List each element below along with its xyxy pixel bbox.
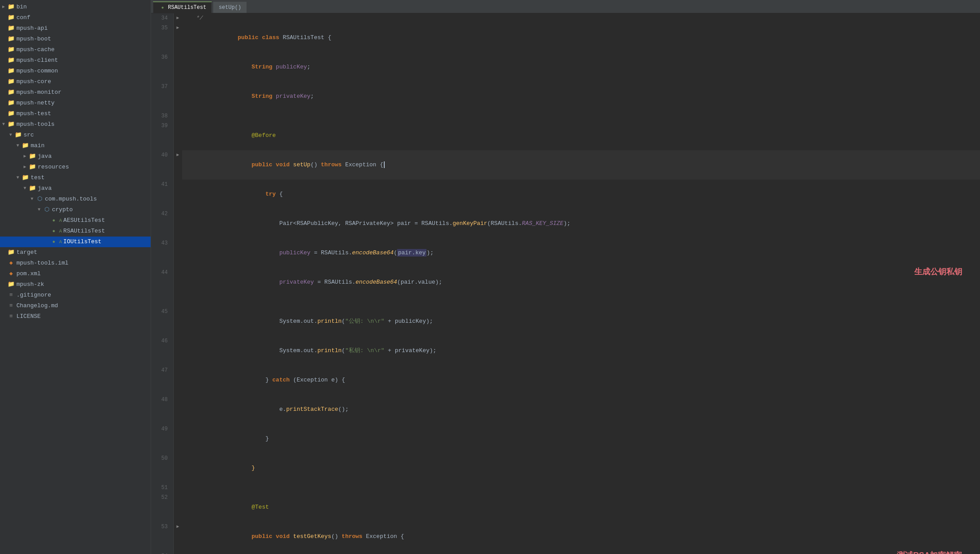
table-row: 46 System.out.println("私钥: \n\r" + priva… <box>151 336 980 365</box>
line-gutter: ▶ <box>173 13 182 23</box>
sidebar-item-mpush-tools-iml[interactable]: ◆ mpush-tools.iml <box>0 258 151 269</box>
sidebar-label-mpush-cache: mpush-cache <box>16 45 55 54</box>
line-gutter <box>173 365 182 395</box>
sidebar-label-mpush-tools: mpush-tools <box>16 120 55 129</box>
sidebar-item-mpush-zk[interactable]: 📁 mpush-zk <box>0 279 151 290</box>
fold-arrow[interactable]: ▶ <box>176 524 179 529</box>
sidebar-label-mpush-common: mpush-common <box>16 67 58 76</box>
tab-rsa-utils-test[interactable]: ● RSAUtilsTest <box>153 1 212 13</box>
line-number: 46 <box>151 336 173 365</box>
sidebar-label-com-mpush-tools: com.mpush.tools <box>45 195 97 204</box>
sidebar-label-test: test <box>31 173 44 182</box>
sidebar-item-pom-xml[interactable]: ◆ pom.xml <box>0 269 151 279</box>
line-number: 40 <box>151 150 173 180</box>
tab-bar: ● RSAUtilsTest setUp() <box>151 0 980 13</box>
sidebar-item-conf[interactable]: 📁 conf <box>0 12 151 23</box>
code-line-37: String privateKey; <box>182 82 980 111</box>
code-line-52: @Test <box>182 493 980 522</box>
line-gutter <box>173 551 182 554</box>
sidebar-label-mpush-core: mpush-core <box>16 77 51 86</box>
sidebar-item-changelog[interactable]: ≡ Changelog.md <box>0 301 151 311</box>
code-line-36: String publicKey; <box>182 52 980 82</box>
arrow-main: ▼ <box>14 141 21 150</box>
line-number: 49 <box>151 424 173 454</box>
code-line-53: public void testGetKeys() throws Excepti… <box>182 522 980 551</box>
code-editor[interactable]: 34 ▶ */ 35 ▶ public class RSAUtilsTest {… <box>151 13 980 554</box>
sidebar-item-aes-utils-test[interactable]: ● A AESUtilsTest <box>0 215 151 226</box>
fold-arrow[interactable]: ▶ <box>176 25 179 30</box>
folder-icon-mpush-boot: 📁 <box>7 35 15 44</box>
sidebar-item-mpush-tools[interactable]: ▼ 📁 mpush-tools <box>0 119 151 130</box>
tab-setup[interactable]: setUp() <box>213 1 247 13</box>
sidebar-label-mpush-test: mpush-test <box>16 109 51 118</box>
table-row: 45 System.out.println("公钥: \n\r" + publi… <box>151 307 980 336</box>
sidebar-item-mpush-cache[interactable]: 📁 mpush-cache <box>0 44 151 55</box>
folder-icon-mpush-netty: 📁 <box>7 99 15 108</box>
sidebar-item-mpush-api[interactable]: 📁 mpush-api <box>0 23 151 34</box>
line-gutter <box>173 336 182 365</box>
line-gutter <box>173 121 182 150</box>
folder-icon-mpush-client: 📁 <box>7 56 15 65</box>
sidebar-label-io: IOUtilsTest <box>64 237 102 246</box>
tab-label-setup: setUp() <box>219 4 241 11</box>
table-row: 52 @Test <box>151 493 980 522</box>
editor-area: ● RSAUtilsTest setUp() 34 ▶ */ 35 ▶ <box>151 0 980 554</box>
sidebar-item-license[interactable]: ≡ LICENSE <box>0 311 151 322</box>
line-gutter <box>173 454 182 483</box>
sidebar-item-src[interactable]: ▼ 📁 src <box>0 130 151 141</box>
folder-icon-target: 📁 <box>7 248 15 257</box>
code-line-43: publicKey = RSAUtils.encodeBase64(pair.k… <box>182 238 980 268</box>
line-number: 53 <box>151 522 173 551</box>
sidebar-label-mpush-netty: mpush-netty <box>16 99 55 108</box>
table-row: 49 } <box>151 424 980 454</box>
sidebar-item-mpush-monitor[interactable]: 📁 mpush-monitor <box>0 87 151 98</box>
table-row: 47 } catch (Exception e) { <box>151 365 980 395</box>
sidebar-item-bin[interactable]: ▶ 📁 bin <box>0 2 151 12</box>
line-gutter <box>173 209 182 238</box>
sidebar-label-gitignore: .gitignore <box>16 291 51 300</box>
tab-label-rsa: RSAUtilsTest <box>168 4 206 11</box>
table-row: 53 ▶ public void testGetKeys() throws Ex… <box>151 522 980 551</box>
file-icon-rsa: ● <box>50 227 58 236</box>
line-gutter <box>173 180 182 209</box>
sidebar-label-aes: AESUtilsTest <box>64 216 105 225</box>
folder-icon-test: 📁 <box>21 173 29 182</box>
sidebar-item-java-main[interactable]: ▶ 📁 java <box>0 151 151 162</box>
sidebar-item-java-test[interactable]: ▼ 📁 java <box>0 183 151 194</box>
sidebar-item-mpush-boot[interactable]: 📁 mpush-boot <box>0 34 151 44</box>
sidebar-item-mpush-client[interactable]: 📁 mpush-client <box>0 55 151 66</box>
arrow-bin: ▶ <box>0 3 7 12</box>
code-line-41: try { <box>182 180 980 209</box>
line-gutter: ▶ <box>173 23 182 52</box>
folder-icon-resources: 📁 <box>28 163 36 172</box>
sidebar-item-mpush-test[interactable]: 📁 mpush-test <box>0 108 151 119</box>
line-number: 41 <box>151 180 173 209</box>
sidebar-label-iml: mpush-tools.iml <box>16 259 68 268</box>
sidebar-item-gitignore[interactable]: ≡ .gitignore <box>0 290 151 301</box>
sidebar-item-rsa-utils-test[interactable]: ● A RSAUtilsTest <box>0 226 151 237</box>
line-gutter <box>173 82 182 111</box>
sidebar-item-io-utils-test[interactable]: ● A IOUtilsTest <box>0 237 151 247</box>
arrow-java-main: ▶ <box>21 152 28 161</box>
sidebar-item-crypto[interactable]: ▼ ⬡ crypto <box>0 205 151 215</box>
sidebar-item-mpush-core[interactable]: 📁 mpush-core <box>0 76 151 87</box>
sidebar-item-com-mpush-tools[interactable]: ▼ ⬡ com.mpush.tools <box>0 194 151 205</box>
folder-icon-mpush-api: 📁 <box>7 24 15 33</box>
fold-arrow[interactable]: ▶ <box>176 153 179 157</box>
sidebar-item-resources[interactable]: ▶ 📁 resources <box>0 162 151 173</box>
sidebar-item-target[interactable]: 📁 target <box>0 247 151 258</box>
file-icon-io: ● <box>50 237 58 246</box>
sidebar-label-java-test: java <box>38 184 52 193</box>
folder-icon-main: 📁 <box>21 141 29 150</box>
sidebar-item-mpush-netty[interactable]: 📁 mpush-netty <box>0 98 151 108</box>
folder-icon-mpush-common: 📁 <box>7 67 15 76</box>
arrow-resources: ▶ <box>21 163 28 172</box>
line-gutter <box>173 238 182 268</box>
code-line-39: @Before <box>182 121 980 150</box>
sidebar-item-mpush-common[interactable]: 📁 mpush-common <box>0 66 151 76</box>
fold-arrow[interactable]: ▶ <box>176 16 179 20</box>
line-number: 43 <box>151 238 173 268</box>
sidebar-label-java-main: java <box>38 152 52 161</box>
sidebar-item-test[interactable]: ▼ 📁 test <box>0 173 151 183</box>
sidebar-item-main[interactable]: ▼ 📁 main <box>0 141 151 151</box>
